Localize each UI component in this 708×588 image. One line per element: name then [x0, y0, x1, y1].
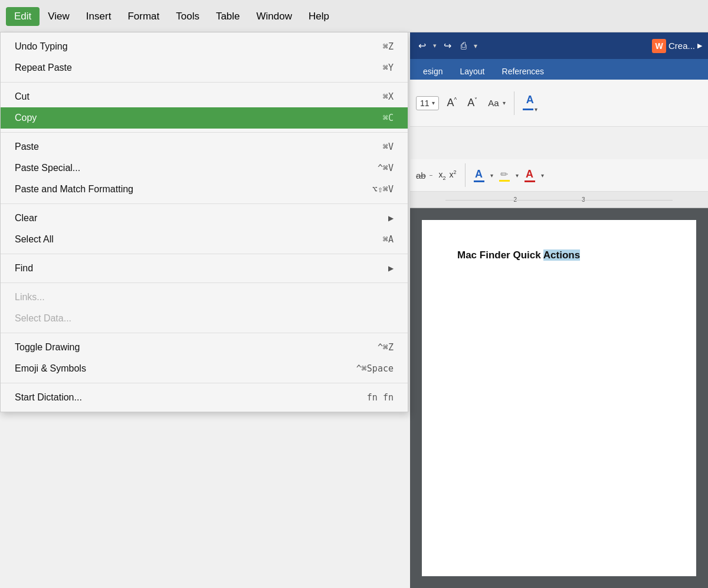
menu-section-clear: Clear ▶ Select All ⌘A — [1, 204, 408, 254]
menu-item-paste[interactable]: Paste ⌘V — [1, 136, 408, 157]
undo-icon[interactable]: ↩ — [416, 38, 428, 54]
font-a-blue-icon: A — [475, 168, 483, 180]
font-size-arrow[interactable]: ▾ — [432, 100, 435, 106]
menu-item-copy[interactable]: Copy ⌘C — [1, 107, 408, 129]
menu-item-paste-special[interactable]: Paste Special... ^⌘V — [1, 157, 408, 179]
menu-item-toggle-drawing[interactable]: Toggle Drawing ^⌘Z — [1, 337, 408, 358]
crea-label: Crea... — [668, 41, 695, 51]
script-buttons: x2 x2 — [439, 169, 457, 180]
font-color-a-icon: A — [526, 94, 534, 106]
select-all-shortcut: ⌘A — [383, 234, 394, 245]
select-all-label: Select All — [15, 234, 54, 245]
menu-section-find: Find ▶ — [1, 254, 408, 283]
find-submenu-arrow: ▶ — [388, 264, 394, 272]
menu-format[interactable]: Format — [119, 7, 168, 26]
toggle-drawing-shortcut: ^⌘Z — [378, 342, 394, 353]
copy-shortcut: ⌘C — [383, 113, 394, 123]
aa-arrow[interactable]: ▾ — [503, 100, 506, 106]
menu-tools[interactable]: Tools — [168, 7, 208, 26]
clear-label: Clear — [15, 213, 37, 224]
highlight-pen-icon: ✏ — [500, 169, 508, 180]
ruler-line — [445, 200, 673, 201]
menu-section-dictation: Start Dictation... fn fn — [1, 383, 408, 412]
font-color-underline — [523, 109, 533, 110]
aa-label: Aa — [486, 97, 501, 109]
cut-shortcut: ⌘X — [383, 91, 394, 102]
shrink-font-button[interactable]: A˅ — [465, 96, 480, 110]
superscript-button[interactable]: x2 — [450, 169, 457, 179]
crea-section: W Crea... ▶ — [652, 39, 702, 53]
undo-dropdown-icon[interactable]: ▾ — [433, 42, 437, 50]
print-icon[interactable]: ⎙ — [458, 38, 469, 54]
document-text-before: Mac Finder Quick — [457, 249, 543, 261]
menu-table[interactable]: Table — [208, 7, 248, 26]
paste-special-label: Paste Special... — [15, 163, 80, 173]
font-size-control[interactable]: 11 ▾ — [416, 96, 439, 110]
menu-item-start-dictation[interactable]: Start Dictation... fn fn — [1, 387, 408, 408]
emoji-symbols-shortcut: ^⌘Space — [356, 363, 394, 374]
menu-item-find[interactable]: Find ▶ — [1, 258, 408, 279]
menu-section-cut-copy: Cut ⌘X Copy ⌘C — [1, 83, 408, 133]
menu-bar-container: Edit View Insert Format Tools Table Wind… — [0, 0, 413, 32]
menu-insert[interactable]: Insert — [78, 7, 120, 26]
menu-item-undo-typing[interactable]: Undo Typing ⌘Z — [1, 36, 408, 57]
highlight-underline — [499, 180, 510, 182]
strikethrough-button[interactable]: ab — [416, 170, 426, 180]
menu-item-paste-match[interactable]: Paste and Match Formatting ⌥⇧⌘V — [1, 179, 408, 200]
menu-item-emoji-symbols[interactable]: Emoji & Symbols ^⌘Space — [1, 358, 408, 379]
ribbon-row2: ab − x2 x2 A ▾ ✏ ▾ A ▾ — [410, 159, 708, 192]
highlight-arrow[interactable]: ▾ — [516, 172, 519, 179]
font-a-red-arrow[interactable]: ▾ — [541, 172, 544, 179]
menu-section-paste: Paste ⌘V Paste Special... ^⌘V Paste and … — [1, 133, 408, 204]
subscript-button[interactable]: x2 — [439, 170, 446, 181]
font-case-control[interactable]: Aa ▾ — [486, 97, 505, 109]
repeat-paste-label: Repeat Paste — [15, 63, 72, 73]
ruler-marks: 2 3 — [445, 192, 673, 208]
paste-special-shortcut: ^⌘V — [378, 163, 394, 173]
document-area: Mac Finder Quick Actions — [410, 208, 708, 588]
menu-section-drawing: Toggle Drawing ^⌘Z Emoji & Symbols ^⌘Spa… — [1, 333, 408, 383]
find-label: Find — [15, 263, 33, 274]
menu-item-select-data: Select Data... — [1, 308, 408, 329]
document-text-highlight: Actions — [543, 249, 580, 261]
ribbon-separator-1 — [514, 91, 514, 115]
edit-dropdown-menu: Undo Typing ⌘Z Repeat Paste ⌘Y Cut ⌘X Co… — [0, 32, 408, 412]
menu-edit[interactable]: Edit — [6, 7, 40, 26]
font-color-arrow[interactable]: ▾ — [535, 106, 537, 113]
copy-label: Copy — [15, 113, 37, 123]
tab-layout[interactable]: Layout — [453, 63, 491, 80]
menu-view[interactable]: View — [40, 7, 78, 26]
toolbar-divider-icon: ▾ — [474, 42, 477, 50]
grow-font-button[interactable]: A^ — [445, 96, 460, 110]
font-color-a-red[interactable]: A — [525, 168, 535, 182]
undo-typing-label: Undo Typing — [15, 41, 68, 52]
font-color-a-blue[interactable]: A — [474, 168, 484, 182]
font-color-control[interactable]: A ▾ — [523, 94, 537, 113]
menu-item-repeat-paste[interactable]: Repeat Paste ⌘Y — [1, 57, 408, 78]
ribbon-separator-2 — [465, 163, 466, 187]
font-a-blue-arrow[interactable]: ▾ — [490, 172, 493, 179]
paste-label: Paste — [15, 142, 39, 152]
word-w-icon: W — [652, 39, 666, 53]
menu-item-clear[interactable]: Clear ▶ — [1, 208, 408, 229]
paste-match-shortcut: ⌥⇧⌘V — [372, 184, 394, 195]
menu-item-cut[interactable]: Cut ⌘X — [1, 86, 408, 107]
paste-match-label: Paste and Match Formatting — [15, 184, 133, 195]
menu-help[interactable]: Help — [300, 7, 337, 26]
menu-section-undo: Undo Typing ⌘Z Repeat Paste ⌘Y — [1, 32, 408, 83]
tab-design[interactable]: esign — [416, 63, 450, 80]
highlight-control[interactable]: ✏ — [499, 169, 510, 182]
word-letter: W — [655, 41, 663, 51]
strikethrough-dash: − — [430, 172, 433, 179]
select-data-label: Select Data... — [15, 313, 71, 324]
toolbar-top-row: ↩ ▾ ↪ ⎙ ▾ W Crea... ▶ — [410, 32, 708, 59]
clear-submenu-arrow: ▶ — [388, 214, 394, 222]
menu-item-select-all[interactable]: Select All ⌘A — [1, 229, 408, 250]
start-dictation-label: Start Dictation... — [15, 392, 82, 403]
tab-references[interactable]: References — [495, 63, 552, 80]
font-size-value: 11 — [420, 98, 430, 108]
redo-icon[interactable]: ↪ — [441, 38, 454, 54]
toggle-drawing-label: Toggle Drawing — [15, 342, 80, 353]
font-a-blue-underline — [474, 180, 484, 182]
menu-window[interactable]: Window — [248, 7, 300, 26]
